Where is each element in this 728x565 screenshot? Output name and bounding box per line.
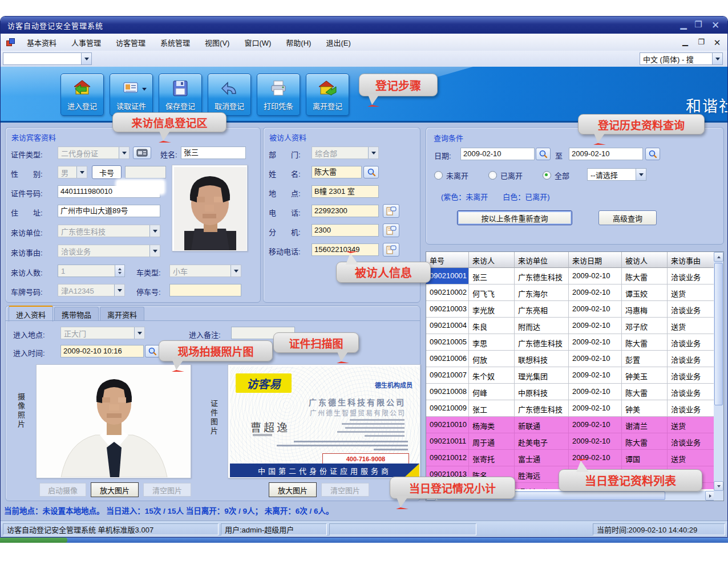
- menu-item-6[interactable]: 帮助(H): [286, 37, 311, 48]
- table-cell[interactable]: 洽谈业务: [668, 351, 715, 367]
- table-cell[interactable]: 联想科技: [515, 351, 569, 367]
- taskbar-start-fragment[interactable]: [0, 538, 67, 543]
- date-from-picker-icon[interactable]: [536, 148, 551, 160]
- table-cell[interactable]: 张三: [469, 268, 515, 284]
- table-cell[interactable]: 附而达: [515, 318, 569, 334]
- location-input[interactable]: B幢 2301 室: [312, 185, 379, 198]
- dept-combo[interactable]: 综合部: [312, 147, 379, 159]
- tab-携带物品[interactable]: 携带物品: [54, 307, 99, 321]
- vscroll-thumb[interactable]: [714, 263, 723, 405]
- table-cell[interactable]: 陈大雷: [622, 334, 668, 351]
- table-cell[interactable]: 洽谈业务: [668, 301, 715, 318]
- radio-未离开[interactable]: 未离开: [434, 170, 468, 181]
- sms-icon[interactable]: [383, 223, 399, 237]
- toolbar-button-read-card[interactable]: 读取证件: [110, 74, 153, 116]
- zoom-card-button[interactable]: 放大图片: [269, 482, 317, 497]
- table-cell[interactable]: 2009-02-10: [569, 367, 622, 384]
- scroll-up-icon[interactable]: [714, 252, 723, 262]
- table-cell[interactable]: 彭置: [622, 351, 668, 367]
- ext-input[interactable]: 2300: [312, 224, 379, 237]
- table-cell[interactable]: 2009-02-10: [569, 351, 622, 367]
- table-cell[interactable]: 广东海尔: [515, 284, 569, 301]
- chevron-down-icon[interactable]: [368, 147, 378, 158]
- table-row[interactable]: 090210008何峰中原科技2009-02-10陈大雷洽谈业务: [426, 384, 715, 400]
- menu-item-7[interactable]: 退出(E): [326, 37, 350, 48]
- time-picker-icon[interactable]: [145, 345, 160, 357]
- table-cell[interactable]: 090210001: [426, 268, 469, 284]
- table-cell[interactable]: 何放: [469, 351, 515, 367]
- table-cell[interactable]: 090210008: [426, 384, 469, 400]
- column-header-来访人[interactable]: 来访人: [469, 252, 515, 268]
- table-row[interactable]: 090210012张寄托富士通2009-02-10谭国送货: [426, 450, 715, 466]
- table-cell[interactable]: 洽谈业务: [668, 334, 715, 351]
- table-cell[interactable]: 送货: [668, 318, 715, 334]
- window-restore-icon[interactable]: ❐: [692, 19, 705, 30]
- table-cell[interactable]: 朱良: [469, 318, 515, 334]
- table-row[interactable]: 090210010杨海类新联通2009-02-10谢清兰送货: [426, 417, 715, 433]
- table-cell[interactable]: 新联通: [515, 417, 569, 433]
- window-close-icon[interactable]: ✕: [709, 19, 722, 31]
- clear-photo-button[interactable]: 清空图片: [143, 483, 191, 497]
- tab-进入资料[interactable]: 进入资料: [9, 306, 53, 322]
- table-cell[interactable]: 富士通: [515, 450, 569, 466]
- menu-item-3[interactable]: 系统管理: [160, 37, 190, 48]
- toolbar-button-enter-register[interactable]: 进入登记: [60, 74, 104, 116]
- stepper-arrows-icon[interactable]: [115, 265, 124, 277]
- column-header-单号[interactable]: 单号: [426, 252, 469, 268]
- card-no-input[interactable]: [125, 166, 166, 178]
- menu-item-5[interactable]: 窗口(W): [244, 37, 271, 48]
- address-input[interactable]: 广州市中山大道89号: [58, 205, 160, 217]
- table-cell[interactable]: 090210010: [426, 417, 469, 433]
- search-person-icon[interactable]: [363, 166, 379, 178]
- radio-已离开[interactable]: 已离开: [488, 170, 523, 181]
- table-cell[interactable]: 谢清兰: [622, 417, 668, 433]
- table-row[interactable]: 090210006何放联想科技2009-02-10彭置洽谈业务: [426, 351, 715, 367]
- table-cell[interactable]: 2009-02-10: [569, 268, 622, 284]
- table-cell[interactable]: 送货: [668, 417, 715, 433]
- table-cell[interactable]: 谭玉姣: [622, 284, 668, 301]
- table-cell[interactable]: 090210004: [426, 318, 469, 334]
- table-cell[interactable]: 广东德生科技: [515, 334, 569, 351]
- table-cell[interactable]: 冯惠梅: [622, 301, 668, 318]
- table-row[interactable]: 090210011周于通赴美电子2009-02-10陈大雷洽谈业务: [426, 433, 715, 450]
- table-cell[interactable]: 钟美: [622, 400, 668, 417]
- table-cell[interactable]: 张寄托: [469, 450, 515, 466]
- mdi-minimize-icon[interactable]: ▁: [680, 38, 691, 46]
- clear-card-button[interactable]: 清空图片: [321, 483, 369, 497]
- table-cell[interactable]: 090210007: [426, 367, 469, 384]
- table-cell[interactable]: 2009-02-10: [569, 318, 622, 334]
- zoom-photo-button[interactable]: 放大图片: [91, 482, 139, 497]
- phone-input[interactable]: 22992300: [312, 205, 379, 217]
- cert-type-combo[interactable]: 二代身份证: [58, 147, 130, 159]
- date-to-input[interactable]: 2009-02-10: [569, 148, 643, 160]
- radio-全部[interactable]: 全部: [543, 170, 569, 181]
- table-cell[interactable]: 广东亮相: [515, 301, 569, 318]
- card-no-button[interactable]: 卡号: [92, 165, 122, 179]
- table-row[interactable]: 090210003李光放广东亮相2009-02-10冯惠梅洽谈业务: [426, 301, 715, 318]
- gender-combo[interactable]: 男: [58, 166, 87, 178]
- table-cell[interactable]: 杨海类: [469, 417, 515, 433]
- table-cell[interactable]: 中原科技: [515, 384, 569, 400]
- parking-input[interactable]: [169, 284, 241, 296]
- table-cell[interactable]: 朱个奴: [469, 367, 515, 384]
- table-cell[interactable]: 何峰: [469, 384, 515, 400]
- mobile-input[interactable]: 15602210349: [312, 243, 379, 256]
- table-cell[interactable]: 2009-02-10: [569, 284, 622, 301]
- table-row[interactable]: 090210001张三广东德生科技2009-02-10陈大雷洽谈业务: [426, 268, 715, 284]
- language-combo[interactable]: 中文 (简体) - 搜: [640, 52, 723, 65]
- table-row[interactable]: 090210002何飞飞广东海尔2009-02-10谭玉姣送货: [426, 284, 715, 301]
- table-row[interactable]: 090210009张工广东德生科技2009-02-10钟美洽谈业务: [426, 400, 715, 417]
- toolbar-button-print[interactable]: 打印凭条: [257, 74, 300, 116]
- tab-离开资料[interactable]: 离开资料: [100, 307, 144, 321]
- table-cell[interactable]: 2009-02-10: [569, 417, 622, 433]
- table-cell[interactable]: 广东德生科技: [515, 400, 569, 417]
- start-camera-button[interactable]: 启动摄像: [39, 483, 86, 497]
- table-cell[interactable]: 洽谈业务: [668, 433, 715, 450]
- table-cell[interactable]: 090210012: [426, 450, 469, 466]
- chevron-down-icon[interactable]: [636, 169, 646, 180]
- menu-item-1[interactable]: 人事管理: [71, 37, 101, 48]
- vehicle-type-combo[interactable]: 小车: [169, 265, 241, 277]
- entry-place-combo[interactable]: 正大门: [60, 327, 145, 339]
- table-cell[interactable]: 李光放: [469, 301, 515, 318]
- table-cell[interactable]: 2009-02-10: [569, 400, 622, 417]
